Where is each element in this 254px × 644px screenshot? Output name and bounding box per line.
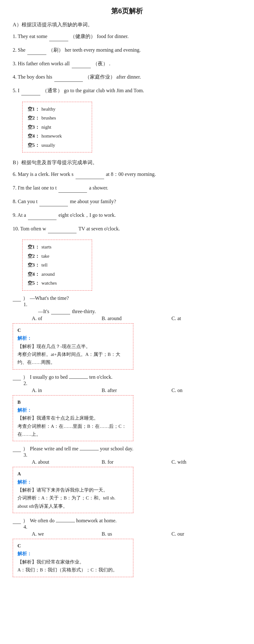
mc-q2-stem2: ten o'clock. <box>89 374 112 380</box>
mc-q3-explanation: A 解析： 【解析】请写下来并告诉我你上学的一天。 介词辨析：A：关于；B：为了… <box>13 467 133 513</box>
mc-q2-opt-a[interactable]: A. in <box>32 388 102 393</box>
blank-a2[interactable] <box>27 55 46 55</box>
mc-q2-paren[interactable] <box>13 374 21 380</box>
mc-q2-opt-b[interactable]: B. after <box>102 388 171 393</box>
mc-q1-paren[interactable] <box>13 295 21 301</box>
mc-q4-paren[interactable] <box>13 518 21 524</box>
mc-q2-stem-row: ）2. I usually go to bed ten o'clock. <box>13 374 241 386</box>
mc-q3-stem2: your school day. <box>100 446 133 452</box>
q-a5-after: go to the guitar club with Jim and Tom. <box>64 88 144 93</box>
blank-mc2[interactable] <box>69 378 88 379</box>
blank-a5[interactable] <box>21 95 40 95</box>
answer-a2-value: brushes <box>42 113 56 123</box>
blank-b7[interactable] <box>58 192 87 193</box>
answer-b1-row: 空1： starts <box>28 242 87 252</box>
question-a2: 2. She （刷） her teeth every morning and e… <box>13 46 241 55</box>
mc-q2-stem: I usually go to bed <box>30 374 68 380</box>
mc-q1-opt-b[interactable]: B. around <box>102 316 171 321</box>
question-a4: 4. The boy does his （家庭作业） after dinner. <box>13 73 241 82</box>
section-b-questions: 6. Mary is a clerk. Her work s at 8：00 e… <box>13 170 241 233</box>
blank-a3[interactable] <box>72 68 91 68</box>
q-a4-before: 4. The boy does his <box>13 74 52 80</box>
answer-a1-row: 空1： healthy <box>28 105 87 114</box>
mc-q4-stem2: homework at home. <box>76 518 117 524</box>
answer-a4-label: 空4： <box>28 132 40 141</box>
mc-q3-stem: Please write and tell me <box>30 446 78 452</box>
q-b9-after: eight o'clock，I go to work. <box>58 212 116 218</box>
answer-a3-row: 空3： night <box>28 123 87 132</box>
mc-q3-paren[interactable] <box>13 446 21 452</box>
mc-q1-opt-a[interactable]: A. of <box>32 316 102 321</box>
section-b-label: B）根据句意及首字母提示完成单词。 <box>13 159 241 166</box>
mc-q4-jiexi-label: 解析： <box>17 551 32 556</box>
section-b-answer-box: 空1： starts 空2： take 空3： tell 空4： around … <box>22 240 92 291</box>
q-a5-hint: （通常） <box>42 88 63 93</box>
q-a5-before: 5. I <box>13 88 19 93</box>
mc-q4-jiexi-body: 【解析】我们经常在家做作业。 A：我们；B：我们（宾格形式）；C：我们的。 <box>17 558 129 574</box>
question-a5: 5. I （通常） go to the guitar club with Jim… <box>13 86 241 95</box>
question-b6: 6. Mary is a clerk. Her work s at 8：00 e… <box>13 170 241 179</box>
q-b7-after: a shower. <box>89 185 108 190</box>
mc-q3-opt-a[interactable]: A. about <box>32 459 102 465</box>
answer-a2-label: 空2： <box>28 113 40 123</box>
mc-q4-answer: C <box>17 542 129 550</box>
mc-q4-stem-row: ）4. We often do homework at home. <box>13 518 241 530</box>
mc-q3-stem-row: ）3. Please write and tell me your school… <box>13 446 241 458</box>
mc-section: ）1. —What's the time? —It's three-thirty… <box>13 295 241 577</box>
blank-mc3[interactable] <box>80 450 99 450</box>
mc-q1-jiexi-body: 【解析】现在几点？-现在三点半。 考察介词辨析。at+具体时间点。A：属于；B：… <box>17 343 129 367</box>
mc-q2-num: ）2. <box>22 374 29 386</box>
blank-mc4[interactable] <box>56 522 75 522</box>
answer-a2-row: 空2： brushes <box>28 113 87 123</box>
answer-a1-label: 空1： <box>28 105 40 114</box>
mc-q4-opt-a[interactable]: A. we <box>32 531 102 537</box>
blank-mc1[interactable] <box>51 314 70 314</box>
answer-b3-row: 空3： tell <box>28 261 87 270</box>
answer-b4-row: 空4： around <box>28 270 87 279</box>
q-a2-before: 2. She <box>13 47 25 53</box>
mc-q1-stem: —What's the time? <box>30 295 69 301</box>
mc-q1-jiexi-label: 解析： <box>17 336 32 341</box>
mc-q4-opt-b[interactable]: B. us <box>102 531 171 537</box>
q-b6-before: 6. Mary is a clerk. Her work s <box>13 171 74 177</box>
mc-q2-options: A. in B. after C. on <box>32 388 241 393</box>
mc-q2-opt-c[interactable]: C. on <box>171 388 241 393</box>
q-b10-after: TV at seven o'clock. <box>78 226 120 231</box>
question-a1: 1. They eat some （健康的） food for dinner. <box>13 32 241 41</box>
mc-q3-answer: A <box>17 470 129 478</box>
answer-a4-row: 空4： homework <box>28 132 87 141</box>
q-b7-before: 7. I'm the last one to t <box>13 185 57 190</box>
mc-q2-jiexi-body: 【解析】我通常在十点之后上床睡觉。 考查介词辨析：A：在……里面；B：在……后；… <box>17 414 129 438</box>
blank-a4[interactable] <box>54 81 83 82</box>
mc-q1-stem-row: ）1. —What's the time? <box>13 295 241 307</box>
mc-q3-opt-c[interactable]: C. with <box>171 459 241 465</box>
mc-q1-explanation: C 解析： 【解析】现在几点？-现在三点半。 考察介词辨析。at+具体时间点。A… <box>13 323 133 370</box>
q-a2-hint: （刷） <box>48 47 64 53</box>
q-b6-after: at 8：00 every morning. <box>106 171 156 177</box>
mc-q2-answer: B <box>17 398 129 406</box>
mc-q1-answer: C <box>17 326 129 334</box>
q-a1-before: 1. They eat some <box>13 34 47 39</box>
section-a-answer-box: 空1： healthy 空2： brushes 空3： night 空4： ho… <box>22 102 92 153</box>
blank-b6[interactable] <box>76 179 104 179</box>
blank-b9[interactable] <box>28 220 57 220</box>
q-a4-after: after dinner. <box>117 74 141 80</box>
mc-q4-opt-c[interactable]: C. our <box>171 531 241 537</box>
blank-b10[interactable] <box>48 233 77 233</box>
answer-b1-label: 空1： <box>28 242 40 252</box>
section-a-label: A）根据汉语提示填入所缺的单词。 <box>13 22 241 28</box>
mc-q1-options: A. of B. around C. at <box>32 316 241 321</box>
blank-b8[interactable] <box>39 206 68 206</box>
mc-q3-opt-b[interactable]: B. for <box>102 459 171 465</box>
mc-q1-opt-c[interactable]: C. at <box>171 316 241 321</box>
blank-a1[interactable] <box>49 41 68 41</box>
mc-q1-stem2: —It's three-thirty. <box>38 309 241 314</box>
q-a2-after: her teeth every morning and evening. <box>65 47 141 53</box>
answer-b5-value: watches <box>42 279 57 288</box>
page-title: 第6页解析 <box>13 6 241 16</box>
answer-a1-value: healthy <box>42 105 56 114</box>
answer-b4-value: around <box>42 270 55 279</box>
mc-q4-explanation: C 解析： 【解析】我们经常在家做作业。 A：我们；B：我们（宾格形式）；C：我… <box>13 539 133 577</box>
q-a3-hint: （夜） <box>93 61 108 66</box>
q-b8-before: 8. Can you t <box>13 199 37 204</box>
